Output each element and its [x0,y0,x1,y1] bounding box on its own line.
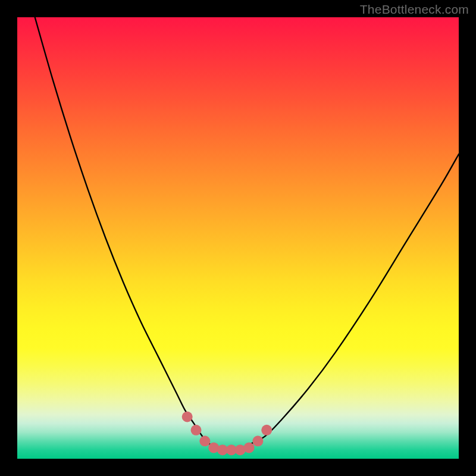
bottleneck-curve [35,17,459,450]
plot-area [17,17,459,459]
trough-marker [182,412,193,422]
curve-layer [17,17,459,459]
trough-marker [199,436,210,446]
trough-marker [244,442,255,453]
trough-marker [252,436,263,446]
trough-marker [191,425,202,436]
watermark-text: TheBottleneck.com [360,2,469,17]
chart-frame: TheBottleneck.com [0,0,476,476]
trough-marker [261,425,272,436]
